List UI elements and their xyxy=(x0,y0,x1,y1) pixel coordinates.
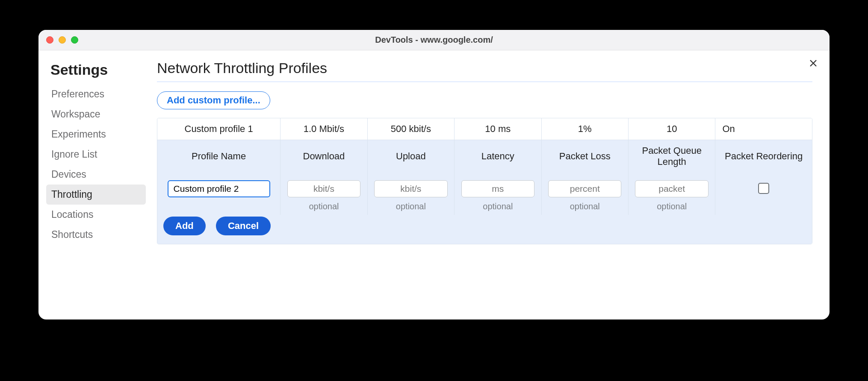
profile-edit-row: optional optional optional optional xyxy=(157,173,812,215)
divider xyxy=(157,82,812,82)
window-title: DevTools - www.google.com/ xyxy=(38,35,830,45)
header-packet-loss: Packet Loss xyxy=(541,140,628,173)
sidebar-item-locations[interactable]: Locations xyxy=(46,205,146,225)
queue-length-field[interactable] xyxy=(635,180,709,197)
header-reordering: Packet Reordering xyxy=(715,140,812,173)
close-settings-button[interactable] xyxy=(808,58,818,70)
cell-packet-loss: 1% xyxy=(541,118,628,140)
latency-field[interactable] xyxy=(461,180,535,197)
cell-download: 1.0 Mbit/s xyxy=(280,118,367,140)
devtools-window: DevTools - www.google.com/ Settings Pref… xyxy=(38,30,830,319)
cell-queue-length: 10 xyxy=(628,118,715,140)
sidebar-item-ignore-list[interactable]: Ignore List xyxy=(46,144,146,164)
cell-reordering: On xyxy=(715,118,812,140)
cancel-button[interactable]: Cancel xyxy=(216,217,271,235)
add-custom-profile-button[interactable]: Add custom profile... xyxy=(157,91,270,109)
reordering-checkbox[interactable] xyxy=(758,183,769,194)
packet-loss-field[interactable] xyxy=(548,180,622,197)
profile-name-field[interactable] xyxy=(168,180,270,197)
settings-sidebar: Settings Preferences Workspace Experimen… xyxy=(38,50,148,319)
optional-label: optional xyxy=(284,202,363,211)
sidebar-item-devices[interactable]: Devices xyxy=(46,164,146,185)
download-field[interactable] xyxy=(287,180,361,197)
sidebar-item-experiments[interactable]: Experiments xyxy=(46,124,146,144)
sidebar-heading: Settings xyxy=(46,60,146,84)
sidebar-item-throttling[interactable]: Throttling xyxy=(46,185,146,205)
header-upload: Upload xyxy=(367,140,454,173)
window-titlebar: DevTools - www.google.com/ xyxy=(38,30,830,50)
settings-main: Network Throttling Profiles Add custom p… xyxy=(148,50,830,319)
throttling-profiles-table: Custom profile 1 1.0 Mbit/s 500 kbit/s 1… xyxy=(157,118,812,244)
header-latency: Latency xyxy=(455,140,541,173)
sidebar-item-workspace[interactable]: Workspace xyxy=(46,104,146,124)
cell-profile-name: Custom profile 1 xyxy=(157,118,280,140)
header-queue-length: Packet Queue Length xyxy=(628,140,715,173)
header-download: Download xyxy=(280,140,367,173)
page-title: Network Throttling Profiles xyxy=(157,60,812,76)
close-icon xyxy=(808,58,818,68)
column-headers: Profile Name Download Upload Latency Pac… xyxy=(157,140,812,173)
sidebar-item-preferences[interactable]: Preferences xyxy=(46,84,146,104)
cell-latency: 10 ms xyxy=(455,118,541,140)
edit-actions: Add Cancel xyxy=(157,215,812,244)
sidebar-item-shortcuts[interactable]: Shortcuts xyxy=(46,225,146,245)
cell-upload: 500 kbit/s xyxy=(367,118,454,140)
optional-label: optional xyxy=(371,202,451,211)
profile-row[interactable]: Custom profile 1 1.0 Mbit/s 500 kbit/s 1… xyxy=(157,118,812,140)
header-profile-name: Profile Name xyxy=(157,140,280,173)
optional-label: optional xyxy=(458,202,537,211)
upload-field[interactable] xyxy=(374,180,448,197)
optional-label: optional xyxy=(545,202,625,211)
optional-label: optional xyxy=(632,202,712,211)
add-button[interactable]: Add xyxy=(163,217,206,235)
